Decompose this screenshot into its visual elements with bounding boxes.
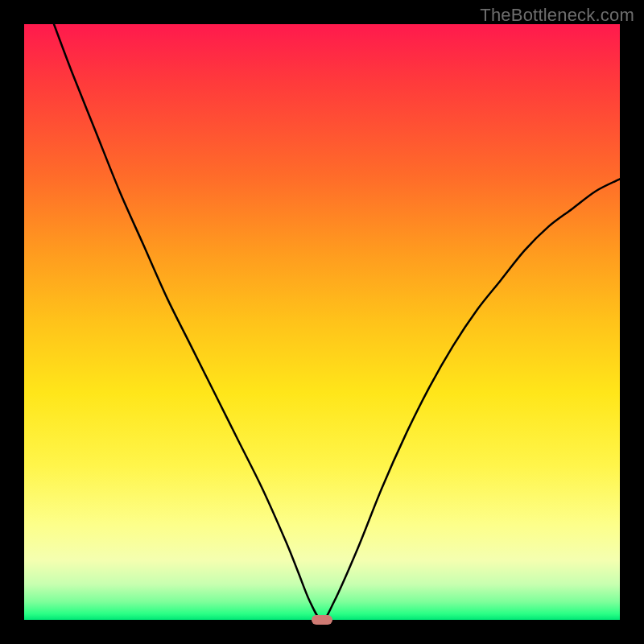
curve-svg <box>24 24 620 620</box>
bottleneck-curve <box>54 24 620 620</box>
plot-area <box>24 24 620 620</box>
chart-frame: TheBottleneck.com <box>0 0 644 644</box>
watermark-text: TheBottleneck.com <box>480 5 634 26</box>
min-marker <box>312 615 332 625</box>
